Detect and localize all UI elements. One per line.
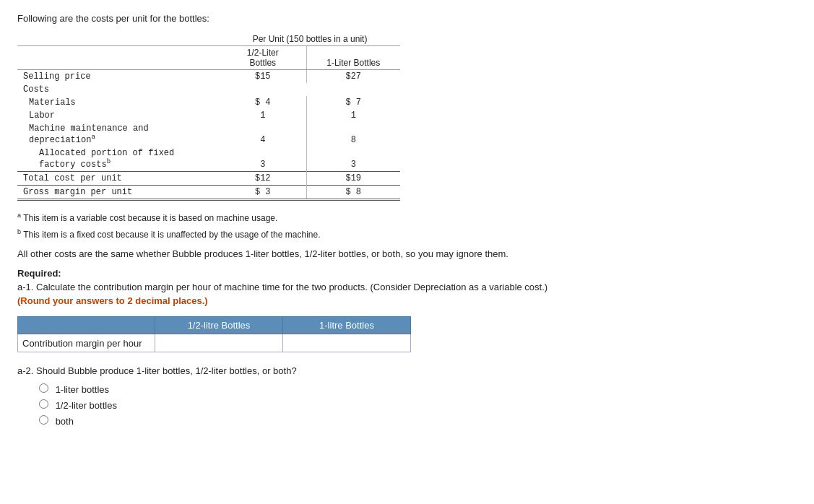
cost-table: Per Unit (150 bottles in a unit) 1/2-Lit… [17, 32, 400, 201]
half-machine: 4 [220, 122, 306, 147]
round-note: (Round your answers to 2 decimal places.… [17, 295, 797, 306]
one-allocated: 3 [306, 147, 400, 172]
a2-radio-group: 1-liter bottles 1/2-liter bottles both [39, 383, 797, 427]
allocated-label: Allocated portion of fixed factory costs… [17, 147, 220, 172]
materials-label: Materials [17, 96, 220, 109]
col-half-header: 1/2-litre Bottles [155, 317, 283, 334]
labor-label: Labor [17, 109, 220, 122]
radio-half-liter-input[interactable] [39, 399, 48, 409]
required-label: Required: [17, 268, 797, 279]
footnote-b: This item is a fixed cost because it is … [23, 230, 320, 240]
half-materials: $ 4 [220, 96, 306, 109]
a2-section: a-2. Should Bubble produce 1-liter bottl… [17, 365, 797, 427]
one-litre-input-cell[interactable] [283, 334, 411, 352]
table-header-one: 1-Liter Bottles [326, 58, 380, 68]
radio-1liter-input[interactable] [39, 383, 48, 393]
table-header-unit: Per Unit (150 bottles in a unit) [253, 34, 368, 44]
half-total: $12 [220, 172, 306, 186]
col-one-header: 1-litre Bottles [283, 317, 411, 334]
radio-both-input[interactable] [39, 415, 48, 425]
half-gross: $ 3 [220, 186, 306, 200]
radio-half-liter-label: 1/2-liter bottles [56, 400, 117, 411]
selling-price-label: Selling price [17, 70, 220, 84]
total-label: Total cost per unit [17, 172, 220, 186]
radio-half-liter[interactable]: 1/2-liter bottles [39, 399, 797, 411]
costs-label: Costs [17, 83, 220, 96]
radio-1liter-label: 1-liter bottles [56, 384, 109, 395]
half-litre-input[interactable] [155, 334, 282, 352]
one-total: $19 [306, 172, 400, 186]
footnote-a: This item is a variable cost because it … [23, 213, 277, 223]
intro-text: Following are the costs per unit for the… [17, 13, 797, 24]
radio-1liter[interactable]: 1-liter bottles [39, 383, 797, 395]
one-materials: $ 7 [306, 96, 400, 109]
empty-header [18, 317, 155, 334]
all-other-text: All other costs are the same whether Bub… [17, 248, 797, 259]
table-header-half: 1/2-Liter Bottles [247, 48, 279, 68]
half-allocated: 3 [220, 147, 306, 172]
one-labor: 1 [306, 109, 400, 122]
footnotes: a This item is a variable cost because i… [17, 211, 797, 241]
one-gross: $ 8 [306, 186, 400, 200]
one-selling: $27 [306, 70, 400, 84]
one-litre-input[interactable] [283, 334, 410, 352]
one-machine: 8 [306, 122, 400, 147]
half-selling: $15 [220, 70, 306, 84]
contribution-margin-table: 1/2-litre Bottles 1-litre Bottles Contri… [17, 316, 411, 352]
half-labor: 1 [220, 109, 306, 122]
a2-question: a-2. Should Bubble produce 1-liter bottl… [17, 365, 797, 376]
radio-both[interactable]: both [39, 415, 797, 427]
contribution-margin-label: Contribution margin per hour [18, 334, 155, 352]
gross-label: Gross margin per unit [17, 186, 220, 200]
radio-both-label: both [56, 416, 74, 427]
half-litre-input-cell[interactable] [155, 334, 283, 352]
machine-label: Machine maintenance and depreciationa [17, 122, 220, 147]
a1-text: a-1. Calculate the contribution margin p… [17, 282, 797, 292]
